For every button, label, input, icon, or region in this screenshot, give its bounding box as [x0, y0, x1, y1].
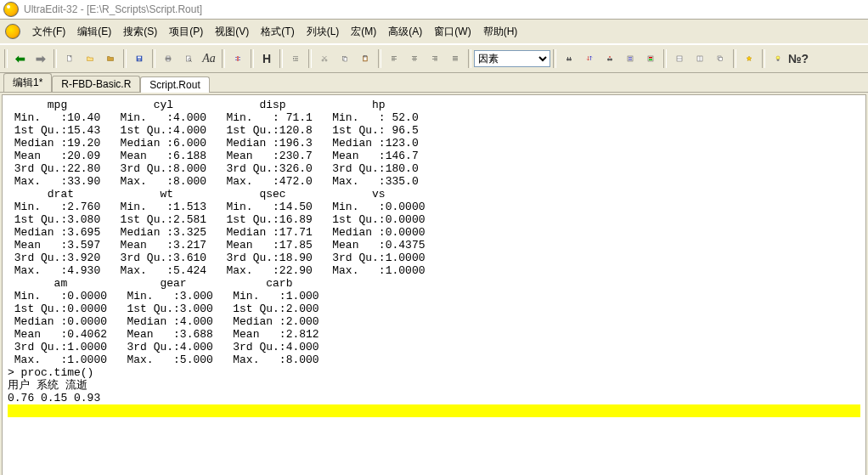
toolbar-sep	[279, 49, 283, 68]
tool1-button[interactable]	[621, 49, 640, 68]
new-file-icon	[66, 52, 73, 65]
heading-icon: H	[262, 52, 271, 65]
menu-window[interactable]: 窗口(W)	[429, 23, 476, 41]
align-right-icon	[431, 52, 438, 65]
close-folder-icon	[107, 52, 114, 65]
find-button[interactable]	[560, 49, 578, 68]
toolbar-sep	[663, 49, 667, 68]
tool3-button[interactable]	[740, 49, 758, 68]
out-line: Max. :33.90 Max. :8.000 Max. :472.0 Max.…	[8, 175, 431, 188]
cascade-button[interactable]	[711, 49, 730, 68]
split-vertical-button[interactable]	[690, 49, 709, 68]
menu-advanced[interactable]: 高级(A)	[383, 23, 427, 41]
align-justify-icon	[452, 52, 459, 65]
clipboard-icon	[362, 52, 369, 65]
out-line: 1st Qu.:3.080 1st Qu.:2.581 1st Qu.:16.8…	[8, 213, 438, 226]
save-button[interactable]	[130, 49, 149, 68]
menu-project[interactable]: 项目(P)	[164, 23, 208, 41]
tab-edit1[interactable]: 编辑1*	[3, 73, 52, 92]
config-icon	[647, 52, 654, 65]
toolbar-sep	[4, 49, 8, 68]
element-combo[interactable]: 因素	[474, 50, 550, 67]
svg-point-19	[322, 59, 324, 61]
star-tool-icon	[746, 52, 752, 65]
split-horizontal-button[interactable]	[670, 49, 689, 68]
editor-pane[interactable]: mpg cyl disp hp Min. :10.40 Min. :4.000 …	[2, 94, 866, 475]
tool2-button[interactable]	[641, 49, 660, 68]
menu-view[interactable]: 视图(V)	[210, 23, 254, 41]
out-line: Max. :1.0000 Max. :5.000 Max. :8.000	[8, 353, 332, 366]
font-button[interactable]: Aa	[200, 49, 218, 68]
svg-rect-24	[344, 58, 347, 62]
out-line: Median :3.695 Median :3.325 Median :17.7…	[8, 226, 438, 239]
out-line: 1st Qu.:15.43 1st Qu.:4.000 1st Qu.:120.…	[8, 124, 431, 137]
menu-file[interactable]: 文件(F)	[27, 23, 70, 41]
floppy-icon	[136, 52, 143, 65]
heading-button[interactable]: H	[257, 49, 276, 68]
preview-icon	[185, 52, 192, 65]
print-preview-button[interactable]	[179, 49, 198, 68]
close-file-button[interactable]	[101, 49, 120, 68]
svg-rect-65	[777, 59, 779, 61]
out-line: Min. :0.0000 Min. :3.000 Min. :1.000	[8, 290, 332, 303]
open-file-button[interactable]	[81, 49, 99, 68]
menubar-app-icon	[5, 24, 20, 39]
title-bar: UltraEdit-32 - [E:\R_Scripts\Script.Rout…	[0, 0, 868, 20]
scissors-icon	[321, 52, 328, 65]
toggle-button[interactable]	[228, 49, 247, 68]
tab-script-rout[interactable]: Script.Rout	[140, 76, 209, 93]
font-icon: Aa	[202, 52, 216, 65]
svg-line-21	[324, 56, 327, 59]
forward-button[interactable]: ➡	[31, 49, 50, 68]
menu-help[interactable]: 帮助(H)	[478, 23, 523, 41]
svg-rect-57	[649, 59, 652, 61]
cut-button[interactable]	[315, 49, 334, 68]
editor-text[interactable]: mpg cyl disp hp Min. :10.40 Min. :4.000 …	[3, 95, 865, 421]
tip-button[interactable]	[769, 49, 787, 68]
align-left-button[interactable]	[385, 49, 403, 68]
out-line: 3rd Qu.:3.920 3rd Qu.:3.610 3rd Qu.:18.9…	[8, 252, 438, 264]
svg-rect-55	[648, 56, 653, 61]
copy-button[interactable]	[335, 49, 354, 68]
back-button[interactable]: ⬅	[11, 49, 30, 68]
sort-desc-button[interactable]	[600, 49, 619, 68]
svg-rect-6	[166, 59, 170, 61]
menu-edit[interactable]: 编辑(E)	[72, 23, 116, 41]
toolbar-sep	[762, 49, 765, 68]
svg-rect-3	[138, 59, 141, 61]
new-file-button[interactable]	[60, 49, 79, 68]
menu-format[interactable]: 格式(T)	[256, 23, 299, 41]
menu-search[interactable]: 搜索(S)	[118, 23, 162, 41]
toolbar-sep	[222, 49, 225, 68]
out-line: Min. :10.40 Min. :4.000 Min. : 71.1 Min.…	[8, 111, 431, 124]
tab-rfbd[interactable]: R-FBD-Basic.R	[52, 76, 140, 92]
indent-button[interactable]	[286, 49, 305, 68]
align-center-button[interactable]	[405, 49, 424, 68]
out-header1: mpg cyl disp hp	[8, 99, 431, 111]
svg-point-64	[776, 56, 780, 59]
proc-values: 0.76 0.15 0.93	[8, 392, 107, 404]
out-line: 3rd Qu.:1.0000 3rd Qu.:4.000 3rd Qu.:4.0…	[8, 341, 332, 353]
window-title: UltraEdit-32 - [E:\R_Scripts\Script.Rout…	[24, 3, 202, 15]
align-right-button[interactable]	[426, 49, 444, 68]
menu-column[interactable]: 列块(L)	[302, 23, 345, 41]
sort-asc-button[interactable]	[580, 49, 599, 68]
cursor-line[interactable]	[8, 404, 860, 417]
toolbar-sep	[308, 49, 312, 68]
print-button[interactable]	[159, 49, 178, 68]
toolbar: ⬅ ➡ Aa H 因素 №?	[0, 44, 868, 73]
align-justify-button[interactable]	[446, 49, 465, 68]
lightbulb-icon	[775, 52, 781, 65]
menu-macro[interactable]: 宏(M)	[346, 23, 381, 41]
svg-rect-47	[570, 57, 571, 59]
svg-point-20	[325, 59, 327, 61]
svg-line-22	[323, 56, 326, 59]
arrow-right-icon: ➡	[36, 52, 46, 65]
binoculars-icon	[566, 52, 572, 65]
arrow-left-icon: ⬅	[15, 52, 25, 65]
proc-header: 用户 系统 流逝	[8, 379, 93, 392]
toolbar-sep	[733, 49, 736, 68]
split-v-icon	[696, 52, 703, 65]
paste-button[interactable]	[356, 49, 375, 68]
help-button[interactable]: №?	[789, 49, 808, 68]
